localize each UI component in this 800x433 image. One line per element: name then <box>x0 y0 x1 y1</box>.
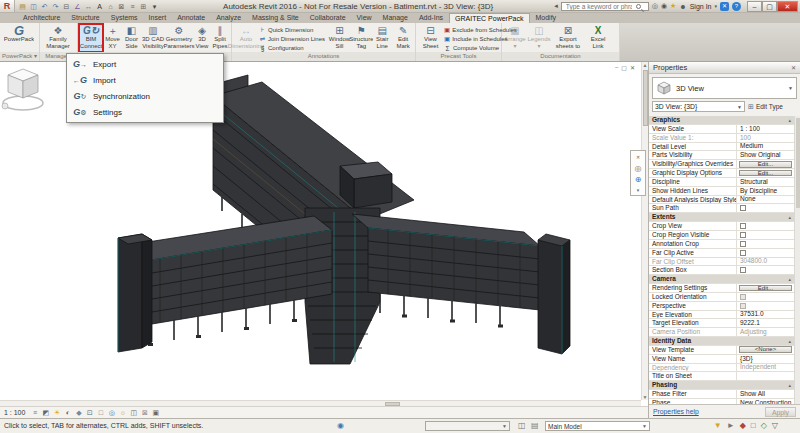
property-checkbox[interactable] <box>740 205 746 211</box>
property-checkbox[interactable] <box>740 241 746 247</box>
tab-systems[interactable]: Systems <box>106 13 143 23</box>
menu-item-settings[interactable]: G⚙ Settings <box>67 104 223 120</box>
export-sheets-to-dwg-button[interactable]: ⊠ Export sheets to DWG <box>551 24 585 52</box>
view-minimize-icon[interactable]: – <box>615 64 618 71</box>
search-box[interactable] <box>561 2 649 11</box>
rendering-icon[interactable]: ◆ <box>74 408 83 418</box>
cad-visibility-button[interactable]: ▥ 3D CAD Visibility <box>141 24 165 52</box>
geometry-parameters-button[interactable]: ⚙ Geometry Parameters <box>165 24 193 52</box>
zoom-icon[interactable]: ⊕ <box>635 175 642 184</box>
view-sheet-generator-button[interactable]: ⊟ View Sheet Generator <box>417 24 444 52</box>
reveal-hidden-icon[interactable]: ☼ <box>118 408 127 418</box>
application-menu-button[interactable]: R <box>0 0 15 12</box>
excel-link-button[interactable]: X Excel Link <box>585 24 611 52</box>
tab-modify[interactable]: Modify <box>531 13 562 23</box>
property-section-identity-data[interactable]: Identity Data▴ <box>649 337 794 346</box>
property-value[interactable]: 304800.0 <box>737 257 794 265</box>
editable-only-icon[interactable]: ▼ <box>714 420 722 432</box>
tab-structure[interactable]: Structure <box>66 13 104 23</box>
default-3d-view-icon[interactable]: ⌂ <box>106 2 115 11</box>
properties-close-icon[interactable]: ✕ <box>791 64 796 71</box>
design-options-icon[interactable]: ▤ <box>531 421 539 430</box>
tab-insert[interactable]: Insert <box>144 13 172 23</box>
sun-path-icon[interactable]: ☀ <box>52 408 61 418</box>
exchange-apps-icon[interactable]: ✕ <box>720 2 729 11</box>
powerpack-button[interactable]: G PowerPack <box>1 24 37 52</box>
property-value[interactable]: 37531.0 <box>737 310 794 318</box>
measure-icon[interactable]: ∠ <box>73 2 82 11</box>
3d-view-button[interactable]: ◈ 3D View <box>193 24 211 52</box>
switch-windows-icon[interactable]: ⊞ <box>139 2 148 11</box>
tab-add-ins[interactable]: Add-Ins <box>414 13 448 23</box>
panel-label-documentation[interactable]: Documentation <box>502 52 619 61</box>
view-restore-icon[interactable]: ▢ <box>621 64 627 71</box>
property-checkbox[interactable] <box>740 232 746 238</box>
favorites-icon[interactable]: ★ <box>670 2 676 10</box>
instance-selector-dropdown[interactable]: 3D View: {3D} ▼ <box>652 101 745 112</box>
tab-massing-site[interactable]: Massing & Site <box>247 13 304 23</box>
configuration-button[interactable]: § Configuration <box>259 44 328 52</box>
tab-graitec-powerpack[interactable]: GRAITEC PowerPack <box>449 13 529 23</box>
steering-wheel-icon[interactable]: ◎ <box>635 164 642 173</box>
compute-volume-button[interactable]: Σ Compute Volume <box>444 44 500 52</box>
design-option-dropdown[interactable]: Main Model▼ <box>545 421 650 431</box>
search-input[interactable] <box>564 2 634 11</box>
worksharing-display-icon[interactable]: ◫ <box>129 408 138 418</box>
search-scope-icon[interactable]: ◎ <box>652 2 658 10</box>
move-xy-button[interactable]: ＋ Move XY <box>103 24 122 52</box>
property-section-phasing[interactable]: Phasing▴ <box>649 381 794 390</box>
edit-button[interactable]: Edit... <box>739 285 792 292</box>
view-close-icon[interactable]: ✕ <box>630 64 635 71</box>
panel-label-precast-tools[interactable]: Precast Tools <box>416 52 501 61</box>
tab-collaborate[interactable]: Collaborate <box>305 13 351 23</box>
tab-architecture[interactable]: Architecture <box>18 13 65 23</box>
crop-view-icon[interactable]: ⊡ <box>85 408 94 418</box>
edit-type-button[interactable]: ⊞ Edit Type <box>747 101 797 112</box>
pin-icon[interactable]: ◇ <box>761 420 767 432</box>
quick-dimension-button[interactable]: ⊦ Quick Dimension <box>259 26 328 34</box>
constraints-icon[interactable]: ⊠ <box>140 408 149 418</box>
horizontal-scroll-thumb[interactable] <box>385 402 400 406</box>
type-selector-caret-icon[interactable]: ▼ <box>788 85 793 91</box>
nav-expand-icon[interactable]: ▾ <box>637 186 640 195</box>
close-button[interactable]: ✕ <box>777 1 798 12</box>
redo-icon[interactable]: ↷ <box>51 2 60 11</box>
minimize-button[interactable]: – <box>747 1 762 12</box>
include-in-schedules-button[interactable]: ▣ Include in Schedules <box>444 35 500 43</box>
undo-icon[interactable]: ↶ <box>40 2 49 11</box>
print-icon[interactable]: ⊟ <box>62 2 71 11</box>
edit-mark-button[interactable]: ✎ Edit Mark <box>392 24 414 52</box>
tab-view[interactable]: View <box>352 13 377 23</box>
property-checkbox[interactable] <box>740 250 746 256</box>
exclude-options-icon[interactable]: ◆ <box>740 420 746 432</box>
sign-in-caret-icon[interactable]: ▾ <box>714 3 717 9</box>
customize-qat-icon[interactable]: ▾ <box>150 2 159 11</box>
edit-button[interactable]: Edit... <box>739 161 792 168</box>
horizontal-scrollbar[interactable] <box>0 400 641 406</box>
worksharing-monitor-icon[interactable]: ◫ <box>518 421 526 430</box>
shadows-icon[interactable]: ◐ <box>63 408 72 418</box>
scroll-up-icon[interactable]: ▲ <box>642 62 648 68</box>
menu-item-export[interactable]: G→ Export <box>67 56 223 72</box>
property-checkbox[interactable] <box>740 223 746 229</box>
type-selector[interactable]: 3D View ▼ <box>652 77 797 99</box>
property-value[interactable]: {3D} <box>737 355 794 363</box>
menu-item-import[interactable]: ←G Import <box>67 72 223 88</box>
help-icon[interactable]: ? <box>732 2 741 11</box>
properties-help-link[interactable]: Properties help <box>653 408 699 415</box>
door-side-button[interactable]: ◧ Door Side <box>122 24 141 52</box>
property-value[interactable]: Show Original <box>737 151 794 159</box>
collapse-infocenter-icon[interactable]: ◂ <box>554 2 558 10</box>
nav-close-icon[interactable]: ✕ <box>636 153 640 162</box>
panel-label-powerpack[interactable]: PowerPack ▾ <box>0 52 39 61</box>
vertical-scrollbar[interactable]: ▲ ▼ <box>641 62 648 400</box>
family-manager-button[interactable]: ❖ Family Manager <box>41 24 75 52</box>
bim-connect-button[interactable]: G↻ BIM Connect <box>79 24 103 52</box>
show-crop-icon[interactable]: □ <box>96 408 105 418</box>
view-scale-control[interactable]: 1 : 100 <box>4 409 25 416</box>
property-value[interactable]: Structural <box>737 178 794 186</box>
join-dimension-lines-button[interactable]: ⇌ Join Dimension Lines <box>259 35 328 43</box>
stair-line-button[interactable]: ▤ Stair Line <box>372 24 392 52</box>
menu-item-synchronization[interactable]: G↻ Synchronization <box>67 88 223 104</box>
selection-box-icon[interactable]: ▣ <box>151 408 160 418</box>
